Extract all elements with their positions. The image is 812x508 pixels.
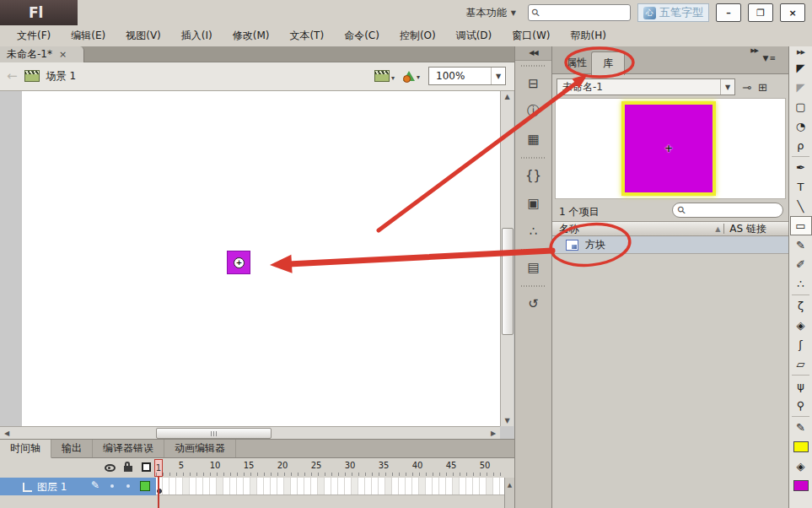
lock-layers-icon[interactable] — [124, 466, 132, 472]
show-hide-layers-icon[interactable] — [105, 464, 116, 472]
zoom-tool[interactable]: ⚲ — [790, 396, 812, 415]
fill-color-swatch[interactable] — [790, 476, 812, 495]
ime-indicator[interactable]: 心 五笔字型 — [637, 3, 709, 22]
3d-rotation-tool[interactable]: ◔ — [790, 116, 812, 136]
scrollbar-thumb[interactable] — [502, 228, 514, 335]
zoom-level-dropdown[interactable]: 100% ▼ — [428, 67, 506, 85]
menu-item-control[interactable]: 控制(O) — [390, 25, 446, 46]
workspace-switcher[interactable]: 基本功能 ▼ — [461, 4, 521, 21]
back-arrow-icon[interactable]: ← — [7, 68, 18, 84]
close-tab-icon[interactable]: × — [59, 49, 67, 60]
maximize-button[interactable]: ❐ — [748, 3, 773, 22]
edit-scene-button[interactable]: ▾ — [374, 70, 395, 82]
tab-library[interactable]: 库 — [591, 51, 625, 75]
history-panel-icon[interactable]: ↺ — [515, 289, 551, 317]
library-search[interactable]: ⚲ — [672, 203, 783, 218]
scroll-up-icon[interactable]: ▲ — [508, 482, 512, 489]
stage-horizontal-scrollbar[interactable]: ◀ ▶ — [0, 426, 500, 439]
new-library-panel-icon[interactable]: ⊞ — [758, 81, 767, 94]
library-item-row[interactable]: 方块 — [552, 236, 788, 254]
menu-item-insert[interactable]: 插入(I) — [171, 25, 223, 46]
layer-visibility-dot[interactable] — [110, 484, 114, 488]
menu-item-help[interactable]: 帮助(H) — [561, 25, 616, 46]
rectangle-tool[interactable]: ▭ — [790, 216, 812, 235]
menu-item-edit[interactable]: 编辑(E) — [61, 25, 116, 46]
app-search[interactable]: ⚲ — [528, 4, 631, 21]
transform-panel-icon[interactable]: ▦ — [515, 125, 551, 153]
scroll-left-icon[interactable]: ◀ — [0, 427, 13, 440]
edit-symbols-icon — [403, 71, 415, 81]
stroke-color-swatch[interactable] — [790, 437, 812, 457]
timeline-tab-motion-editor[interactable]: 动画编辑器 — [164, 440, 236, 457]
stage-symbol-instance[interactable]: + — [227, 251, 250, 274]
fill-color-icon[interactable]: ◈ — [790, 457, 812, 476]
document-tab[interactable]: 未命名-1* × — [0, 46, 84, 62]
sort-order-icon[interactable]: ▲ — [715, 225, 720, 233]
brush-tool[interactable]: ✐ — [790, 255, 812, 274]
library-document-dropdown[interactable]: 未命名-1 ▼ — [557, 78, 735, 95]
panel-menu-icon[interactable]: ▼≡ — [763, 54, 777, 62]
layer-row[interactable]: 图层 1 ✎ — [0, 478, 156, 495]
frame-ruler[interactable]: 5101520253035404550 — [156, 458, 504, 478]
scroll-up-icon[interactable]: ▲ — [501, 93, 514, 100]
project-panel-icon[interactable]: ▤ — [515, 253, 551, 281]
code-snippets-panel-icon[interactable]: {} — [515, 161, 551, 189]
frame-cells[interactable] — [156, 478, 504, 495]
collapse-to-icons-icon[interactable]: ▶▶ — [750, 47, 758, 54]
layer-lock-dot[interactable] — [126, 484, 130, 488]
menu-item-debug[interactable]: 调试(D) — [446, 25, 503, 46]
menu-item-view[interactable]: 视图(V) — [116, 25, 171, 46]
eraser-tool[interactable]: ▱ — [790, 354, 812, 374]
collapse-to-icons-icon[interactable]: ▶▶ — [789, 46, 812, 58]
scrollbar-thumb[interactable] — [156, 428, 272, 439]
outline-layers-icon[interactable] — [142, 462, 151, 472]
close-button[interactable]: × — [780, 3, 805, 22]
timeline-tab-timeline[interactable]: 时间轴 — [0, 440, 51, 458]
components-panel-icon[interactable]: ▣ — [515, 189, 551, 217]
info-panel-icon[interactable]: ⓘ — [515, 97, 551, 125]
pen-tool[interactable]: ✒ — [790, 158, 812, 177]
library-preview: + — [555, 98, 786, 199]
menu-item-text[interactable]: 文本(T) — [279, 25, 334, 46]
scroll-down-icon[interactable]: ▼ — [501, 417, 514, 424]
lasso-tool[interactable]: ρ — [790, 136, 812, 155]
paint-bucket-tool[interactable]: ◈ — [790, 316, 812, 335]
library-item-name[interactable]: 方块 — [585, 238, 605, 252]
pencil-tool[interactable]: ✎ — [790, 235, 812, 255]
edit-symbols-button[interactable]: ▾ — [403, 71, 420, 81]
layer-name[interactable]: 图层 1 — [37, 480, 67, 494]
menu-item-window[interactable]: 窗口(W) — [502, 25, 560, 46]
collapse-panels-icon[interactable]: ◀◀ — [515, 46, 551, 61]
spray-brush-tool[interactable]: ∴ — [790, 274, 812, 294]
text-tool[interactable]: T — [790, 177, 812, 197]
line-tool[interactable]: ╲ — [790, 197, 812, 216]
library-search-input[interactable] — [686, 204, 773, 216]
selection-tool[interactable]: ◤ — [790, 58, 812, 78]
search-input[interactable] — [540, 7, 610, 19]
subselection-tool[interactable]: ◤ — [790, 78, 812, 97]
playhead[interactable] — [158, 477, 159, 508]
timeline-scrollbar[interactable]: ▲ — [504, 478, 514, 508]
stage-vertical-scrollbar[interactable]: ▲ ▼ — [500, 91, 514, 426]
timeline-tab-compiler-errors[interactable]: 编译器错误 — [93, 440, 164, 457]
menu-item-commands[interactable]: 命令(C) — [334, 25, 390, 46]
timeline-tab-output[interactable]: 输出 — [51, 440, 93, 457]
pin-library-icon[interactable]: ⊸ — [742, 81, 751, 94]
column-name[interactable]: 名称 — [552, 222, 715, 236]
scroll-right-icon[interactable]: ▶ — [487, 427, 500, 440]
stage[interactable] — [22, 91, 500, 426]
menu-item-file[interactable]: 文件(F) — [7, 25, 61, 46]
layer-outline-color-swatch[interactable] — [140, 481, 150, 491]
library-list-header[interactable]: 名称 ▲ AS 链接 — [552, 221, 788, 236]
bone-tool[interactable]: ζ — [790, 296, 812, 316]
motion-presets-panel-icon[interactable]: ∴ — [515, 217, 551, 245]
column-as-linkage[interactable]: AS 链接 — [729, 222, 788, 236]
eyedropper-tool[interactable]: ʃ — [790, 335, 812, 354]
minimize-button[interactable]: – — [716, 3, 741, 22]
free-transform-tool[interactable]: ▢ — [790, 97, 812, 116]
align-panel-icon[interactable]: ⊟ — [515, 69, 551, 97]
stroke-color-icon[interactable]: ✎ — [790, 418, 812, 437]
hand-tool[interactable]: ψ — [790, 376, 812, 396]
scene-label[interactable]: 场景 1 — [46, 69, 76, 84]
menu-item-modify[interactable]: 修改(M) — [223, 25, 280, 46]
